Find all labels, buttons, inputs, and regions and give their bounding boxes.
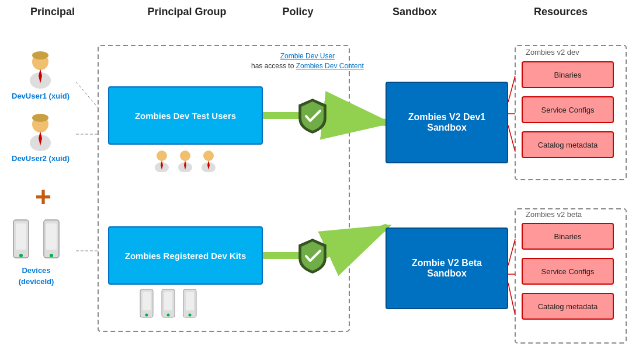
svg-rect-44 (186, 292, 194, 310)
kit-device1-icon (137, 288, 156, 320)
svg-point-34 (203, 150, 214, 161)
header-policy: Policy (257, 6, 339, 18)
svg-point-42 (167, 314, 170, 317)
device2-icon (39, 219, 64, 262)
dev-kits-icons (137, 288, 199, 320)
svg-point-15 (32, 51, 48, 60)
beta-sandbox-box: Zombie V2 Beta Sandbox (386, 228, 508, 309)
svg-point-24 (19, 254, 23, 257)
svg-rect-26 (46, 223, 57, 250)
group-user1-icon (152, 149, 172, 172)
access-note: Zombie Dev User has access to Zombies De… (251, 51, 364, 71)
dev-kits-group-box: Zombies Registered Dev Kits (108, 226, 263, 285)
shield2-svg (297, 238, 329, 274)
svg-line-8 (508, 239, 515, 265)
header-sandbox: Sandbox (356, 6, 473, 18)
dev-serviceconfigs-box: Service Configs (522, 96, 614, 123)
svg-point-45 (189, 314, 192, 317)
shield2-icon (297, 238, 329, 276)
svg-line-5 (508, 76, 515, 102)
svg-rect-23 (16, 223, 26, 250)
header-principal-group: Principal Group (123, 6, 251, 18)
shield1-svg (297, 98, 329, 134)
svg-line-7 (508, 125, 515, 152)
group-user2-icon (175, 149, 196, 172)
devuser1-figure: DevUser1 (xuid) (12, 51, 70, 112)
svg-point-31 (180, 150, 190, 161)
devuser1-avatar (23, 51, 58, 89)
beta-catalogmetadata-box: Catalog metadata (522, 293, 614, 320)
devuser2-label: DevUser2 (xuid) (12, 154, 70, 163)
kit-device3-icon (180, 288, 199, 320)
access-note-line2: has access to (251, 62, 294, 70)
access-note-line1: Zombie Dev User (280, 52, 335, 60)
svg-line-10 (508, 283, 515, 315)
plus-sign: + (35, 181, 51, 213)
devuser2-figure: DevUser2 (xuid) (12, 114, 70, 174)
svg-point-39 (145, 314, 148, 317)
dev1-sandbox-box: Zombies V2 Dev1 Sandbox (386, 82, 508, 163)
dev-binaries-box: Binaries (522, 61, 614, 88)
svg-line-11 (76, 82, 98, 108)
kit-device2-icon (159, 288, 178, 320)
devices-figure: Devices (deviceId) (9, 219, 64, 286)
svg-point-27 (50, 254, 53, 257)
svg-point-19 (32, 114, 48, 122)
test-users-group-box: Zombies Dev Test Users (108, 86, 263, 145)
test-users-icons (152, 149, 219, 172)
shield1-icon (297, 98, 329, 136)
access-note-link: Zombies Dev Content (296, 62, 364, 70)
group-user3-icon (199, 149, 219, 172)
svg-rect-41 (164, 292, 172, 310)
device1-icon (9, 219, 33, 262)
header-resources: Resources (508, 6, 613, 18)
deviceid-label: (deviceId) (19, 277, 54, 286)
devuser2-avatar (23, 114, 58, 152)
beta-binaries-box: Binaries (522, 223, 614, 250)
resource-group-dev-label: Zombies v2 dev (526, 48, 579, 57)
beta-serviceconfigs-box: Service Configs (522, 258, 614, 285)
devices-label: Devices (22, 266, 50, 275)
svg-rect-38 (143, 292, 151, 310)
devuser1-label: DevUser1 (xuid) (12, 92, 70, 100)
resource-group-beta-label: Zombies v2 beta (526, 210, 582, 219)
svg-point-28 (157, 150, 167, 161)
header-principal: Principal (6, 6, 99, 18)
dev-catalogmetadata-box: Catalog metadata (522, 131, 614, 158)
